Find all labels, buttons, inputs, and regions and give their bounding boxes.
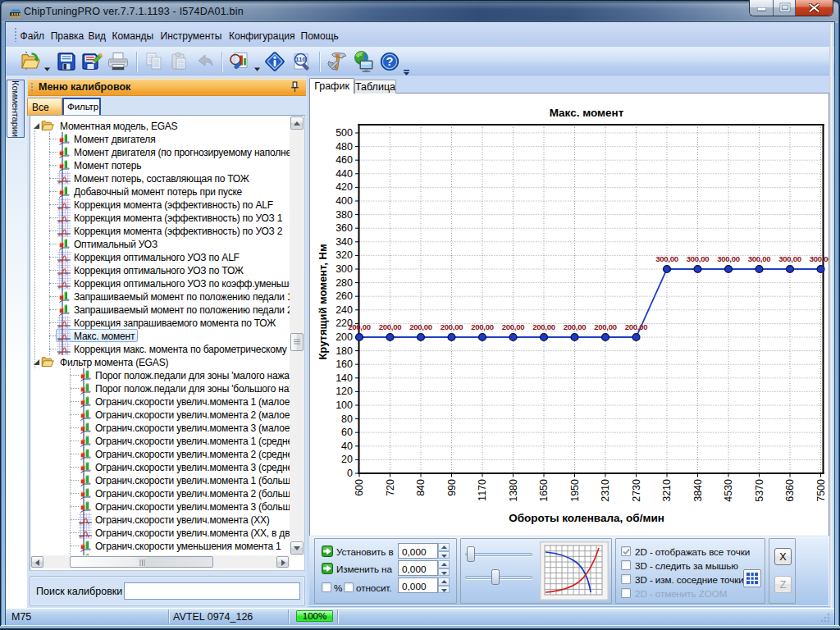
svg-text:300: 300 [336,263,353,275]
svg-text:320: 320 [336,249,353,261]
svg-text:360: 360 [336,222,353,234]
svg-text:460: 460 [336,154,353,166]
svg-text:200,00: 200,00 [409,322,431,331]
svg-text:340: 340 [336,236,353,248]
svg-text:600: 600 [354,479,365,496]
svg-text:200,00: 200,00 [564,322,586,331]
svg-text:240: 240 [336,304,353,316]
svg-text:5370: 5370 [754,479,765,502]
svg-text:500: 500 [336,127,353,139]
svg-text:720: 720 [385,479,396,496]
svg-text:420: 420 [336,181,353,193]
svg-text:300,00: 300,00 [687,254,709,263]
svg-text:440: 440 [336,168,353,180]
svg-text:2310: 2310 [600,479,611,502]
svg-text:200,00: 200,00 [625,322,647,331]
svg-text:1650: 1650 [538,479,550,502]
svg-text:180: 180 [336,345,353,357]
svg-text:6360: 6360 [784,479,796,502]
svg-text:80: 80 [341,413,353,425]
svg-text:Крутящий момент, Нм: Крутящий момент, Нм [317,244,329,359]
svg-text:200: 200 [336,331,353,343]
svg-text:280: 280 [336,277,353,289]
svg-text:480: 480 [336,141,353,153]
svg-text:1380: 1380 [508,479,519,502]
svg-text:200,00: 200,00 [532,322,555,331]
svg-text:40: 40 [341,441,353,452]
svg-text:380: 380 [336,209,353,221]
svg-text:990: 990 [446,479,458,496]
svg-text:840: 840 [415,479,427,496]
svg-text:200,00: 200,00 [379,322,401,331]
svg-text:0: 0 [347,468,353,479]
svg-text:110: 110 [295,56,306,63]
svg-text:300,00: 300,00 [717,254,739,263]
svg-text:4530: 4530 [723,479,734,502]
svg-text:160: 160 [336,358,353,370]
svg-text:1170: 1170 [477,479,488,501]
svg-text:200,00: 200,00 [594,322,616,331]
svg-text:20: 20 [341,454,353,465]
svg-text:7500: 7500 [815,479,827,502]
svg-text:200,00: 200,00 [441,322,463,331]
svg-text:60: 60 [341,427,353,438]
svg-text:200,00: 200,00 [471,322,493,331]
svg-text:200,00: 200,00 [348,322,370,331]
svg-text:300,00: 300,00 [810,254,829,263]
svg-text:100: 100 [336,399,353,411]
svg-text:300,00: 300,00 [778,254,801,263]
svg-text:Обороты коленвала, об/мин: Обороты коленвала, об/мин [509,512,664,524]
svg-text:300,00: 300,00 [748,254,770,263]
svg-text:2730: 2730 [631,479,642,502]
svg-text:400: 400 [336,195,353,207]
svg-text:?: ? [386,55,394,68]
svg-text:260: 260 [336,290,353,302]
svg-text:3840: 3840 [692,479,704,502]
svg-text:300,00: 300,00 [655,254,678,263]
svg-text:Макс. момент: Макс. момент [550,107,624,119]
svg-text:1950: 1950 [569,479,581,502]
svg-text:140: 140 [336,372,353,384]
svg-text:120: 120 [336,386,353,397]
svg-text:3210: 3210 [661,479,673,502]
svg-text:200,00: 200,00 [502,322,524,331]
